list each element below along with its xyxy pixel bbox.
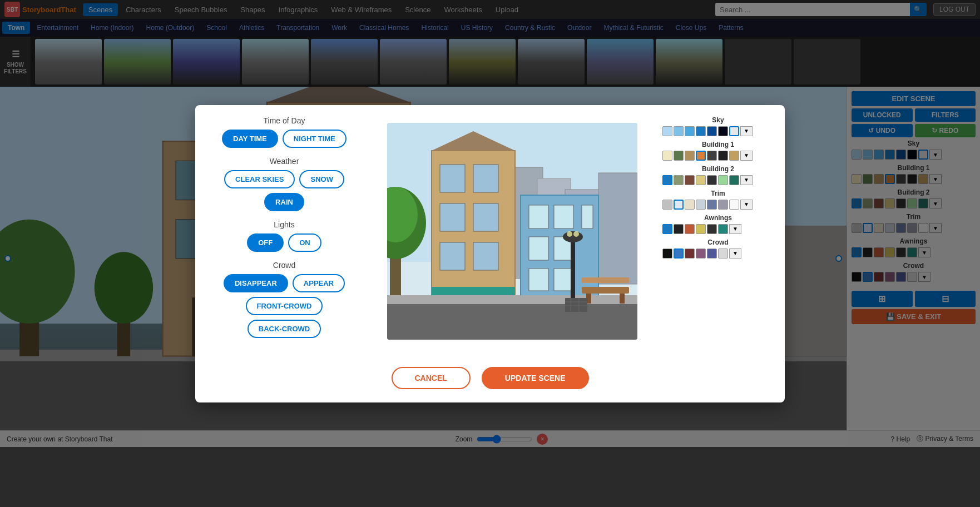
time-of-day-section: Time of Day DAY TIME NIGHT TIME [206,116,362,148]
svg-rect-73 [620,294,625,304]
modal-crowd-dropdown[interactable]: ▼ [729,248,741,259]
svg-rect-74 [582,277,629,283]
svg-point-70 [573,231,579,237]
modal-b1-c3[interactable] [685,151,695,161]
modal-colors-panel: Sky ▼ Building 1 [662,116,774,347]
modal-sky-c3[interactable] [685,126,695,136]
appear-button[interactable]: APPEAR [293,274,345,292]
modal-aw-c4[interactable] [696,224,706,234]
modal-aw-c3[interactable] [685,224,695,234]
modal-aw-c2[interactable] [674,224,684,234]
svg-rect-60 [582,205,593,228]
modal-aw-c6[interactable] [718,224,728,234]
modal-crowd-c1[interactable] [662,248,672,259]
modal-b1-c2[interactable] [674,151,684,161]
lights-off-button[interactable]: OFF [247,233,284,252]
time-buttons: DAY TIME NIGHT TIME [206,130,362,148]
weather-section: Weather CLEAR SKIES SNOW RAIN [206,157,362,211]
modal-trim-dropdown[interactable]: ▼ [740,200,753,210]
svg-rect-66 [387,295,637,304]
modal-b1-c6[interactable] [718,151,728,161]
modal-crowd-c5[interactable] [707,248,717,259]
day-time-button[interactable]: DAY TIME [222,130,278,148]
modal-sky-c4[interactable] [696,126,706,136]
modal-sky-c2[interactable] [674,126,684,136]
modal-b2-c5[interactable] [707,175,717,185]
modal-b2-c7[interactable] [729,175,739,185]
modal-sky-label: Sky [662,116,774,124]
crowd-modal-section: Crowd DISAPPEAR APPEAR FRONT-CROWD BACK-… [206,261,362,338]
front-crowd-button[interactable]: FRONT-CROWD [246,297,323,315]
modal-b2-dropdown[interactable]: ▼ [740,175,753,185]
svg-rect-49 [440,165,465,192]
modal-crowd-selected[interactable] [674,248,684,259]
svg-rect-71 [582,287,629,294]
rain-button[interactable]: RAIN [264,193,304,211]
modal-awnings-label: Awnings [662,214,774,222]
modal-sky-dropdown[interactable]: ▼ [740,126,753,136]
disappear-button[interactable]: DISAPPEAR [224,274,288,292]
svg-rect-58 [529,205,548,228]
svg-rect-63 [529,269,548,291]
weather-label: Weather [206,157,362,166]
modal-b2-selected[interactable] [662,175,672,185]
modal-b1-label: Building 1 [662,141,774,148]
modal-aw-dropdown[interactable]: ▼ [729,224,741,234]
svg-rect-50 [473,165,498,192]
modal-trim-section: Trim ▼ [662,190,774,210]
svg-point-69 [567,231,572,237]
modal-aw-c5[interactable] [707,224,717,234]
modal-preview [373,116,651,347]
crowd-modal-label: Crowd [206,261,362,270]
modal-crowd-c4[interactable] [696,248,706,259]
modal-b1-section: Building 1 ▼ [662,141,774,161]
modal-b1-c7[interactable] [729,151,739,161]
lights-on-button[interactable]: ON [288,233,321,252]
update-scene-button[interactable]: UPDATE SCENE [482,367,589,389]
back-crowd-button[interactable]: BACK-CROWD [248,320,321,338]
night-time-button[interactable]: NIGHT TIME [283,130,347,148]
modal-trim-c6[interactable] [718,200,728,210]
modal-b2-label: Building 2 [662,165,774,173]
clear-skies-button[interactable]: CLEAR SKIES [224,170,295,188]
modal-trim-selected[interactable] [674,200,684,210]
modal-trim-c1[interactable] [662,200,672,210]
modal-b2-c2[interactable] [674,175,684,185]
modal-trim-label: Trim [662,190,774,197]
svg-rect-51 [440,203,465,231]
lights-section: Lights OFF ON [206,220,362,252]
scene-preview-image [387,123,637,340]
modal-sky-c1[interactable] [662,126,672,136]
modal-crowd-color-label: Crowd [662,238,774,246]
modal-trim-c5[interactable] [707,200,717,210]
modal-b1-c1[interactable] [662,151,672,161]
svg-point-68 [563,231,583,242]
modal-sky-c5[interactable] [707,126,717,136]
modal-aw-selected[interactable] [662,224,672,234]
modal-b1-dropdown[interactable]: ▼ [740,151,753,161]
modal-trim-c4[interactable] [696,200,706,210]
svg-rect-65 [387,301,637,340]
modal-b2-c6[interactable] [718,175,728,185]
modal-awnings-section: Awnings ▼ [662,214,774,234]
modal-crowd-white[interactable] [718,248,728,259]
modal-b2-c3[interactable] [685,175,695,185]
svg-rect-61 [529,237,548,260]
modal-b1-selected[interactable] [696,151,706,161]
modal-b1-c5[interactable] [707,151,717,161]
modal-sky-selected[interactable] [729,126,739,136]
lights-buttons: OFF ON [206,233,362,252]
modal-trim-c3[interactable] [685,200,695,210]
svg-rect-75 [565,298,587,312]
svg-rect-59 [554,205,573,228]
modal-controls: Time of Day DAY TIME NIGHT TIME Weather … [206,116,362,347]
modal-b2-c4[interactable] [696,175,706,185]
modal-crowd-c3[interactable] [685,248,695,259]
cancel-button[interactable]: CANCEL [392,367,471,389]
modal-sky-c6[interactable] [718,126,728,136]
svg-rect-64 [554,269,573,291]
preview-svg [387,123,637,340]
weather-buttons: CLEAR SKIES SNOW RAIN [206,170,362,211]
snow-button[interactable]: SNOW [299,170,344,188]
modal-trim-white[interactable] [729,200,739,210]
